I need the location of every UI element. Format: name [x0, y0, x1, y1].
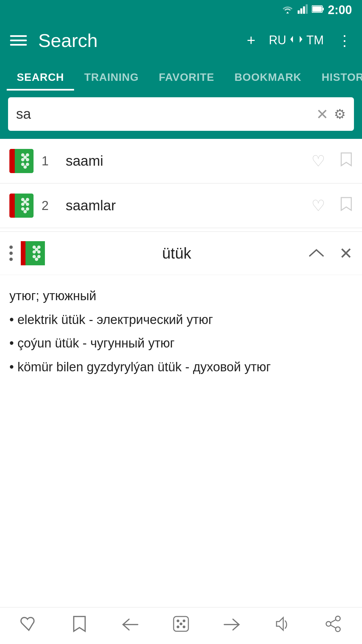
add-button[interactable]: +	[247, 32, 255, 49]
lang-from: RU	[269, 33, 286, 47]
detail-menu-button[interactable]	[9, 246, 13, 261]
example-1: • elektrik ütük - электрический утюг	[9, 309, 353, 331]
status-icons: 2:00	[282, 3, 352, 17]
lang-to: TM	[306, 33, 324, 47]
result-word-2: saamlar	[66, 198, 303, 214]
detail-translation: утюг; утюжный • elektrik ütük - электрич…	[9, 285, 353, 378]
detail-word: ütük	[53, 244, 300, 262]
dot-1	[9, 246, 13, 249]
bottom-nav: ···	[0, 607, 362, 644]
search-input[interactable]	[16, 106, 311, 122]
more-options-button[interactable]: ⋮	[337, 32, 352, 49]
svg-line-49	[330, 620, 336, 623]
svg-rect-10	[9, 149, 14, 173]
detail-close-button[interactable]: ✕	[339, 244, 353, 263]
tab-bookmark[interactable]: BOOKMARK	[224, 71, 311, 91]
nav-bookmark-button[interactable]	[59, 612, 100, 639]
result-number-2: 2	[42, 199, 58, 213]
result-item-1[interactable]: 1 saami ♡	[0, 139, 362, 183]
status-time: 2:00	[328, 3, 352, 17]
search-container: ✕ ⚙	[0, 91, 362, 139]
nav-volume-button[interactable]	[262, 612, 303, 639]
flag-icon-1	[9, 149, 34, 173]
svg-point-26	[21, 207, 24, 211]
nav-forward-button[interactable]	[212, 612, 252, 639]
menu-line-3	[10, 44, 27, 46]
svg-rect-30	[21, 241, 25, 265]
detail-flag-icon	[21, 241, 45, 265]
svg-point-27	[26, 207, 29, 211]
back-icon: ···	[122, 616, 139, 635]
detail-panel: ütük ✕ утюг; утюжный • elektrik ütük - э…	[0, 231, 362, 393]
tab-bar: SEARCH TRAINING FAVORITE BOOKMARK HISTOR…	[0, 60, 362, 91]
svg-rect-19	[9, 194, 34, 218]
menu-line-2	[10, 40, 27, 41]
result-item-2[interactable]: 2 saamlar ♡	[0, 183, 362, 228]
svg-point-35	[35, 248, 38, 251]
svg-point-38	[35, 258, 38, 261]
search-settings-button[interactable]: ⚙	[334, 106, 346, 122]
menu-line-1	[10, 35, 27, 37]
svg-point-44	[183, 626, 185, 628]
result-favorite-2[interactable]: ♡	[311, 197, 325, 215]
nav-share-button[interactable]	[313, 612, 353, 639]
svg-rect-6	[312, 6, 322, 12]
svg-point-25	[23, 200, 27, 204]
search-clear-button[interactable]: ✕	[316, 106, 328, 123]
favorite-icon	[20, 616, 38, 635]
svg-text:···: ···	[128, 631, 132, 631]
language-toggle[interactable]: RU TM	[269, 33, 324, 47]
detail-collapse-button[interactable]	[308, 245, 324, 261]
bookmark-icon	[72, 615, 86, 636]
svg-rect-20	[9, 194, 14, 218]
dot-3	[9, 258, 13, 261]
tab-training[interactable]: TRAINING	[74, 71, 149, 91]
svg-point-48	[336, 627, 340, 632]
svg-point-17	[26, 163, 29, 166]
result-bookmark-1[interactable]	[340, 152, 353, 171]
result-word-1: saami	[66, 153, 303, 169]
svg-point-18	[23, 165, 27, 169]
search-box: ✕ ⚙	[8, 97, 354, 131]
svg-point-15	[23, 156, 27, 159]
share-icon	[324, 615, 342, 636]
forward-icon	[223, 616, 240, 635]
app-title: Search	[38, 30, 239, 51]
detail-content: утюг; утюжный • elektrik ütük - электрич…	[0, 275, 362, 393]
random-icon	[172, 615, 190, 636]
svg-point-47	[326, 622, 331, 626]
result-number-1: 1	[42, 154, 58, 168]
volume-icon	[274, 616, 291, 635]
nav-random-button[interactable]	[161, 612, 201, 639]
result-favorite-1[interactable]: ♡	[311, 152, 325, 170]
svg-line-50	[330, 625, 336, 628]
wifi-icon	[282, 4, 294, 16]
battery-icon	[312, 5, 324, 15]
nav-favorite-button[interactable]	[9, 612, 49, 639]
svg-point-16	[21, 163, 24, 166]
svg-rect-0	[298, 10, 300, 14]
example-2: • çoýun ütük - чугунный утюг	[9, 332, 353, 354]
nav-back-button[interactable]: ···	[110, 612, 150, 639]
detail-header: ütük ✕	[0, 232, 362, 275]
tab-favorite[interactable]: FAVORITE	[149, 71, 225, 91]
svg-point-43	[177, 626, 179, 628]
menu-button[interactable]	[10, 35, 30, 46]
svg-rect-2	[303, 6, 305, 14]
dot-2	[9, 252, 13, 255]
lang-arrow-icon	[290, 34, 303, 47]
results-list: 1 saami ♡ 2 saamlar ♡	[0, 139, 362, 228]
app-bar-actions: + RU TM ⋮	[247, 32, 352, 49]
app-bar: Search + RU TM ⋮	[0, 20, 362, 60]
svg-rect-1	[300, 8, 302, 14]
svg-point-45	[180, 623, 182, 625]
status-bar: 2:00	[0, 0, 362, 20]
tab-search[interactable]: SEARCH	[7, 71, 74, 91]
svg-marker-7	[290, 36, 293, 43]
result-bookmark-2[interactable]	[340, 196, 353, 215]
tab-history[interactable]: HISTOR…	[311, 71, 362, 91]
signal-icon	[298, 4, 308, 16]
svg-point-36	[33, 255, 36, 258]
svg-point-37	[37, 255, 41, 258]
flag-icon-2	[9, 194, 34, 218]
